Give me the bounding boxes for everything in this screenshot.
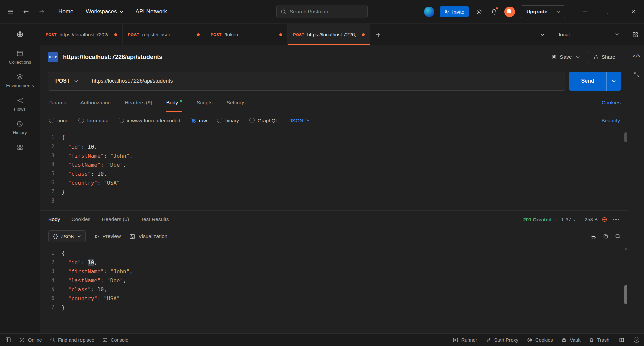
online-label: Online xyxy=(28,337,42,343)
sidebar-item-collections[interactable]: Collections xyxy=(0,50,40,65)
radio-circle xyxy=(249,118,255,123)
response-format-selector[interactable]: {} JSON xyxy=(48,230,86,242)
request-tab-4-active[interactable]: POST https://localhost:7226, xyxy=(288,24,370,45)
nav-workspaces[interactable]: Workspaces xyxy=(86,8,123,15)
online-status[interactable]: Online xyxy=(19,337,42,343)
settings-gear-icon[interactable] xyxy=(474,7,484,16)
nav-workspaces-label: Workspaces xyxy=(86,8,117,15)
body-format-selector[interactable]: JSON xyxy=(290,118,310,123)
tab-body-label: Body xyxy=(166,100,178,106)
start-proxy-button[interactable]: Start Proxy xyxy=(486,337,518,343)
back-icon[interactable] xyxy=(21,7,31,16)
request-tab-3[interactable]: POST /token xyxy=(205,24,288,45)
share-button[interactable]: Share xyxy=(588,51,621,63)
radio-x-www-form-urlencoded[interactable]: x-www-form-urlencoded xyxy=(119,118,180,123)
maximize-icon[interactable] xyxy=(604,7,614,16)
new-tab-button[interactable] xyxy=(370,24,386,45)
environment-quick-look-icon[interactable] xyxy=(631,30,640,39)
radio-binary[interactable]: binary xyxy=(217,118,239,123)
runner-button[interactable]: Runner xyxy=(453,337,477,343)
tab-method: POST xyxy=(211,33,222,37)
response-tab-test-results[interactable]: Test Results xyxy=(141,216,169,222)
code-line: 4 "lastName": "Doe", xyxy=(40,276,629,285)
cookies-button[interactable]: Cookies xyxy=(527,337,553,343)
send-button[interactable]: Send xyxy=(569,72,606,91)
radio-form-data[interactable]: form-data xyxy=(78,118,108,123)
more-options-icon[interactable] xyxy=(611,217,621,221)
environment-selector[interactable]: local xyxy=(557,32,621,37)
radio-graphql[interactable]: GraphQL xyxy=(249,118,278,123)
close-icon[interactable] xyxy=(629,7,638,16)
tab-headers-label: Headers (9) xyxy=(125,100,152,106)
body-format-label: JSON xyxy=(290,118,303,123)
tab-method: POST xyxy=(293,33,304,37)
beautify-link[interactable]: Beautify xyxy=(602,118,620,123)
invite-button[interactable]: Invite xyxy=(440,6,469,17)
visualization-button[interactable]: Visualization xyxy=(129,233,167,239)
method-selector[interactable]: POST xyxy=(48,78,86,84)
radio-raw[interactable]: raw xyxy=(191,118,207,123)
scrollbar-thumb[interactable] xyxy=(624,132,627,142)
unsaved-dot xyxy=(279,33,282,36)
save-button[interactable]: Save xyxy=(551,54,572,60)
find-and-replace-button[interactable]: Find and replace xyxy=(50,337,94,343)
nav-home[interactable]: Home xyxy=(58,8,73,15)
tab-headers[interactable]: Headers (9) xyxy=(125,94,152,112)
code-line: 5 "class": 10, xyxy=(40,169,629,178)
preview-button[interactable]: Preview xyxy=(94,233,121,239)
request-tab-2[interactable]: POST register-user xyxy=(123,24,205,45)
sidebar-item-flows[interactable]: Flows xyxy=(0,97,40,112)
nav-api-network[interactable]: API Network xyxy=(136,8,167,15)
tab-params[interactable]: Params xyxy=(48,94,66,112)
console-button[interactable]: Console xyxy=(102,337,128,343)
response-tab-body[interactable]: Body xyxy=(48,216,60,222)
request-body-editor[interactable]: 1{2 "id": 10,3 "firstName": "John",4 "la… xyxy=(40,129,629,210)
trash-button[interactable]: Trash xyxy=(589,337,609,343)
code-snippet-icon[interactable]: </> xyxy=(632,53,640,59)
search-placeholder: Search Postman xyxy=(290,9,328,15)
send-dropdown[interactable] xyxy=(606,72,621,91)
sidebar-item-environments[interactable]: Environments xyxy=(0,73,40,88)
search-input[interactable]: Search Postman xyxy=(276,5,368,18)
response-body-editor[interactable]: 1{2 "id": 10,3 "firstName": "John",4 "la… xyxy=(40,245,629,333)
copy-icon[interactable] xyxy=(603,234,608,239)
layout-icon[interactable] xyxy=(618,337,625,343)
expand-icon[interactable] xyxy=(634,72,639,78)
forward-icon[interactable] xyxy=(37,7,46,16)
grid-icon xyxy=(17,144,23,151)
status-badge: 201 Created xyxy=(523,217,552,222)
sidebar-item-more-tools[interactable] xyxy=(0,144,40,151)
account-avatar[interactable] xyxy=(504,7,515,17)
panel-toggle-icon[interactable] xyxy=(5,337,11,343)
vault-button[interactable]: Vault xyxy=(561,337,580,343)
workspace-globe-icon[interactable] xyxy=(16,31,24,38)
scrollbar-thumb[interactable] xyxy=(624,285,627,304)
search-response-icon[interactable] xyxy=(615,234,621,239)
sidebar-item-history[interactable]: History xyxy=(0,120,40,135)
window-controls xyxy=(580,7,638,16)
response-tab-headers[interactable]: Headers (5) xyxy=(102,216,129,222)
notifications-bell-icon[interactable] xyxy=(489,7,499,16)
tab-body[interactable]: Body xyxy=(166,94,182,112)
upgrade-button[interactable]: Upgrade xyxy=(521,5,565,18)
response-tab-cookies[interactable]: Cookies xyxy=(71,216,90,222)
radio-none[interactable]: none xyxy=(49,118,68,123)
tab-authorization[interactable]: Authorization xyxy=(80,94,110,112)
save-dropdown-chevron[interactable] xyxy=(576,56,580,58)
upgrade-dropdown[interactable] xyxy=(553,6,565,18)
network-info-icon[interactable] xyxy=(602,217,607,222)
wrap-text-icon[interactable] xyxy=(591,234,596,239)
code-line: 1{ xyxy=(40,133,629,142)
request-tab-1[interactable]: POST https://localhost:7202/ xyxy=(40,24,123,45)
notification-dot xyxy=(495,7,499,10)
cookies-link[interactable]: Cookies xyxy=(602,100,621,106)
tabs-overflow-chevron-icon[interactable] xyxy=(538,30,547,39)
url-input[interactable] xyxy=(86,78,565,84)
menu-icon[interactable] xyxy=(6,7,15,16)
tab-scripts[interactable]: Scripts xyxy=(197,94,212,112)
tab-settings[interactable]: Settings xyxy=(226,94,245,112)
help-icon[interactable]: ? xyxy=(634,337,639,343)
code-line: 7} xyxy=(40,187,629,196)
postbot-avatar[interactable] xyxy=(424,7,434,17)
minimize-icon[interactable] xyxy=(580,7,590,16)
